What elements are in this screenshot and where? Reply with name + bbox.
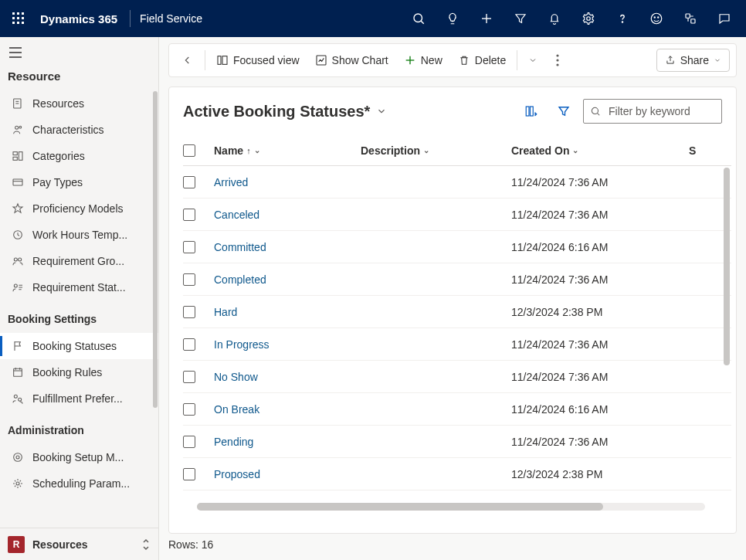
table-row[interactable]: Pending11/24/2024 7:36 AM — [183, 426, 731, 458]
keyword-filter-input[interactable] — [607, 104, 715, 118]
row-checkbox[interactable] — [183, 338, 195, 351]
add-icon[interactable] — [470, 0, 504, 37]
sidebar-item-fulfillment[interactable]: Fulfillment Prefer... — [0, 385, 158, 412]
sidebar-item-booking-setup[interactable]: Booking Setup M... — [0, 444, 158, 470]
trash-icon — [458, 54, 470, 66]
sidebar-item-label: Pay Types — [32, 176, 83, 188]
search-icon[interactable] — [402, 0, 436, 37]
grid-h-scrollbar-track[interactable] — [197, 503, 705, 511]
sidebar-item-booking-statuses[interactable]: Booking Statuses — [0, 333, 158, 359]
lightbulb-icon[interactable] — [436, 0, 470, 37]
sidebar-item-characteristics[interactable]: Characteristics — [0, 117, 158, 143]
sidebar-heading-resource: Resource — [0, 68, 158, 90]
sidebar-item-booking-rules[interactable]: Booking Rules — [0, 359, 158, 385]
row-checkbox[interactable] — [183, 273, 195, 286]
sidebar-item-resources[interactable]: Resources — [0, 90, 158, 117]
cell-created-on: 12/3/2024 2:38 PM — [511, 468, 689, 480]
sidebar-item-label: Fulfillment Prefer... — [32, 392, 123, 405]
brand-title[interactable]: Dynamics 365 — [32, 12, 125, 25]
row-checkbox[interactable] — [183, 306, 195, 318]
chevron-down-icon — [714, 56, 721, 64]
row-checkbox[interactable] — [183, 468, 195, 480]
column-header-description[interactable]: Description ⌄ — [361, 144, 511, 157]
record-link[interactable]: Pending — [214, 436, 253, 448]
svg-point-54 — [557, 63, 559, 66]
table-row[interactable]: In Progress11/24/2024 7:36 AM — [183, 328, 731, 361]
delete-split-chevron[interactable] — [522, 46, 544, 74]
cell-name: Hard — [214, 306, 361, 318]
view-title: Active Booking Statuses* — [183, 103, 370, 120]
column-header-extra[interactable]: S — [689, 144, 731, 157]
share-button[interactable]: Share — [656, 49, 730, 72]
app-launcher-icon[interactable] — [5, 5, 32, 32]
grid-h-scrollbar-thumb[interactable] — [197, 503, 603, 511]
table-row[interactable]: Completed11/24/2024 7:36 AM — [183, 263, 731, 296]
table-row[interactable]: Hard12/3/2024 2:38 PM — [183, 296, 731, 328]
table-row[interactable]: No Show11/24/2024 7:36 AM — [183, 361, 731, 393]
svg-rect-8 — [22, 22, 24, 24]
row-checkbox[interactable] — [183, 371, 195, 383]
svg-rect-48 — [222, 56, 227, 65]
record-link[interactable]: Committed — [214, 241, 266, 253]
svg-point-34 — [14, 258, 17, 261]
sidebar-item-categories[interactable]: Categories — [0, 143, 158, 169]
select-all-checkbox[interactable] — [183, 144, 195, 157]
new-button[interactable]: New — [398, 46, 449, 74]
divider — [130, 10, 131, 27]
smiley-icon[interactable] — [639, 0, 673, 37]
filter-icon[interactable] — [504, 0, 537, 37]
view-title-selector[interactable]: Active Booking Statuses* — [183, 103, 387, 120]
table-row[interactable]: On Break11/24/2024 6:16 AM — [183, 393, 731, 426]
sidebar-item-req-statuses[interactable]: Requirement Stat... — [0, 274, 158, 300]
record-link[interactable]: In Progress — [214, 338, 270, 351]
table-row[interactable]: Arrived11/24/2024 7:36 AM — [183, 166, 731, 199]
sidebar-item-label: Requirement Stat... — [32, 281, 126, 294]
filter-button[interactable] — [551, 98, 577, 124]
gear-icon[interactable] — [571, 0, 605, 37]
sidebar-item-scheduling-params[interactable]: Scheduling Param... — [0, 470, 158, 497]
grid-v-scrollbar[interactable] — [724, 168, 730, 365]
sidebar-item-pay-types[interactable]: Pay Types — [0, 169, 158, 195]
sidebar-item-label: Booking Setup M... — [32, 451, 124, 463]
row-checkbox[interactable] — [183, 176, 195, 188]
help-icon[interactable] — [605, 0, 639, 37]
clock-icon — [11, 228, 25, 242]
show-chart-button[interactable]: Show Chart — [309, 46, 395, 74]
area-switcher[interactable]: R Resources — [0, 528, 158, 560]
column-header-created-on[interactable]: Created On ⌄ — [511, 144, 689, 157]
edit-columns-button[interactable] — [518, 98, 544, 124]
row-checkbox[interactable] — [183, 209, 195, 221]
record-link[interactable]: No Show — [214, 371, 258, 383]
back-button[interactable] — [175, 46, 200, 74]
sidebar-item-label: Scheduling Param... — [32, 477, 130, 490]
sidebar-item-proficiency[interactable]: Proficiency Models — [0, 195, 158, 222]
keyword-filter[interactable] — [583, 99, 722, 124]
sidebar-item-label: Characteristics — [32, 124, 104, 136]
record-link[interactable]: On Break — [214, 403, 259, 416]
record-link[interactable]: Arrived — [214, 176, 248, 188]
sidebar-scrollbar[interactable] — [153, 91, 158, 408]
table-row[interactable]: Committed11/24/2024 6:16 AM — [183, 231, 731, 263]
bell-icon[interactable] — [537, 0, 571, 37]
table-row[interactable]: Canceled11/24/2024 7:36 AM — [183, 199, 731, 231]
record-link[interactable]: Canceled — [214, 209, 259, 221]
link-icon[interactable] — [673, 0, 707, 37]
row-checkbox[interactable] — [183, 436, 195, 448]
sidebar-heading-administration: Administration — [0, 412, 158, 444]
delete-button[interactable]: Delete — [452, 46, 512, 74]
overflow-button[interactable] — [547, 54, 568, 66]
focused-view-button[interactable]: Focused view — [210, 46, 306, 74]
hamburger-icon[interactable] — [6, 43, 25, 62]
table-row[interactable]: Proposed12/3/2024 2:38 PM — [183, 458, 731, 490]
record-link[interactable]: Proposed — [214, 468, 260, 480]
column-header-name[interactable]: Name ↑ ⌄ — [214, 144, 361, 157]
row-checkbox[interactable] — [183, 403, 195, 416]
chat-icon[interactable] — [707, 0, 741, 37]
cmd-label: Show Chart — [332, 54, 388, 66]
record-link[interactable]: Hard — [214, 306, 237, 318]
record-link[interactable]: Completed — [214, 273, 266, 286]
app-name[interactable]: Field Service — [135, 12, 207, 25]
sidebar-item-work-hours[interactable]: Work Hours Temp... — [0, 222, 158, 248]
sidebar-item-req-groups[interactable]: Requirement Gro... — [0, 248, 158, 274]
row-checkbox[interactable] — [183, 241, 195, 253]
